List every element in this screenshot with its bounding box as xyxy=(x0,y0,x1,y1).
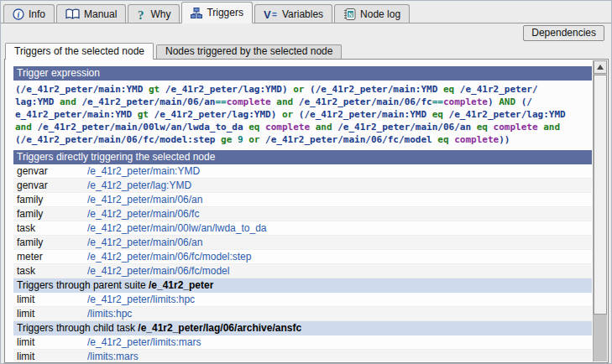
trigger-row: family/e_41r2_peter/main/06/fc xyxy=(13,207,592,221)
tab-triggers[interactable]: Triggers xyxy=(181,2,253,23)
expression-token: /e_41r2_peter/main/00lw/an/lwda_to_da xyxy=(38,122,243,133)
tab-info[interactable]: iInfo xyxy=(3,4,55,23)
trigger-kind: task xyxy=(13,221,87,235)
expression-token: eq xyxy=(443,84,454,95)
expression-token: /e_41r2_peter/ xyxy=(460,84,538,95)
trigger-kind: family xyxy=(13,207,87,221)
expression-token xyxy=(149,109,154,120)
expression-token: /e_41r2_peter/main/06/fc/model xyxy=(265,134,432,145)
trigger-path-link[interactable]: /e_41r2_peter/main/00lw/an/lwda_to_da xyxy=(87,221,266,235)
trigger-row: meter/e_41r2_peter/main/06/fc/model:step xyxy=(13,250,592,264)
expression-token: lag:YMD xyxy=(15,96,54,107)
tab-bar: iInfoManual?WhyTriggersV=VariablesNNode … xyxy=(1,1,611,23)
expression-token xyxy=(426,109,432,120)
sub-tab-bar: Triggers of the selected nodeNodes trigg… xyxy=(1,42,611,59)
trigger-path-link[interactable]: /e_41r2_peter/main:YMD xyxy=(87,164,200,178)
expression-token: (/e_41r2_peter/main/06/fc/model:step xyxy=(15,134,215,145)
trigger-path-link[interactable]: /e_41r2_peter/main/06/fc/model:step xyxy=(87,250,251,263)
expression-token xyxy=(276,109,282,120)
expression-token: eq xyxy=(432,109,443,120)
expression-token: /e_41r2_peter/lag:YMD xyxy=(449,109,566,120)
trigger-path-link[interactable]: /e_41r2_peter/main/06/an xyxy=(87,236,202,249)
dependencies-button[interactable]: Dependencies xyxy=(523,25,604,41)
expression-token xyxy=(515,96,521,107)
expression-token: /e_41r2_peter/main/06/an xyxy=(81,96,215,107)
scrollbar-thumb[interactable] xyxy=(594,75,607,315)
trigger-expression-line: (/e_41r2_peter/main:YMD gt /e_41r2_peter… xyxy=(15,83,590,96)
trigger-kind: meter xyxy=(13,250,87,263)
trigger-kind: task xyxy=(13,264,87,278)
tab-label: Variables xyxy=(282,8,323,20)
expression-token: 9 xyxy=(238,134,243,145)
expression-token: and xyxy=(15,122,32,133)
expression-token xyxy=(310,122,316,133)
up-arrow-icon xyxy=(597,65,604,70)
trigger-kind: limit xyxy=(13,350,87,361)
trigger-path-link[interactable]: /limits:hpc xyxy=(87,307,132,320)
trigger-path-link[interactable]: /e_41r2_peter/lag:YMD xyxy=(87,179,191,192)
scrollbar-up-button[interactable] xyxy=(594,60,607,74)
section-header: Triggers through parent suite /e_41r2_pe… xyxy=(13,278,592,293)
expression-token xyxy=(160,84,165,95)
section-header: Triggers through child task /e_41r2_pete… xyxy=(13,321,592,335)
expression-token: and xyxy=(543,122,560,133)
tab-manual[interactable]: Manual xyxy=(56,4,126,23)
trigger-row: limit/limits:hpc xyxy=(13,307,592,321)
vertical-scrollbar[interactable] xyxy=(593,60,607,361)
tab-node-log[interactable]: NNode log xyxy=(334,4,410,23)
tab-why[interactable]: ?Why xyxy=(128,4,180,23)
subtab-nodes-triggered-by-node[interactable]: Nodes triggered by the selected node xyxy=(156,44,342,59)
expression-token: (/e_41r2_peter/main:YMD xyxy=(299,109,426,120)
trigger-expression-line: (/e_41r2_peter/main/06/fc/model:step ge … xyxy=(15,133,590,146)
trigger-row: task/e_41r2_peter/main/00lw/an/lwda_to_d… xyxy=(13,221,592,236)
trigger-row: limit/limits:mars xyxy=(13,350,592,361)
expression-token: e_41r2_peter/main:YMD xyxy=(15,109,132,120)
expression-token: /e_41r2_peter/lag:YMD) xyxy=(154,109,277,120)
section-header-node-path: /e_41r2_peter/lag/06/archive/ansfc xyxy=(138,322,301,334)
trigger-expression-line: e_41r2_peter/main:YMD gt /e_41r2_peter/l… xyxy=(15,108,590,121)
tab-variables[interactable]: V=Variables xyxy=(254,4,332,23)
tab-label: Manual xyxy=(84,8,117,20)
trigger-row: family/e_41r2_peter/main/06/an xyxy=(13,236,592,250)
svg-text:?: ? xyxy=(138,8,144,20)
expression-token: ge xyxy=(221,134,232,145)
trigger-kind: limit xyxy=(13,307,87,320)
expression-token: complete xyxy=(227,96,271,107)
notebook-icon: N xyxy=(343,8,356,20)
section-header-node-path: /e_41r2_peter xyxy=(149,279,213,291)
expression-token: /e_41r2_peter/main/06/an xyxy=(337,122,471,133)
trigger-path-link[interactable]: /e_41r2_peter/limits:hpc xyxy=(87,293,195,306)
toolbar: Dependencies xyxy=(1,23,611,42)
section-header-text: Triggers directly triggering the selecte… xyxy=(17,151,215,163)
triggers-panel-window: { "tabs": [ { "label": "Info", "icon": "… xyxy=(0,0,612,364)
expression-token: AND xyxy=(499,96,515,107)
trigger-expression-line: lag:YMD and /e_41r2_peter/main/06/an==co… xyxy=(15,96,590,108)
expression-token: complete xyxy=(265,122,310,133)
expression-token xyxy=(437,84,443,95)
trigger-expression-line: and /e_41r2_peter/main/00lw/an/lwda_to_d… xyxy=(15,121,590,133)
trigger-path-link[interactable]: /e_41r2_peter/limits:mars xyxy=(87,335,201,349)
book-icon xyxy=(65,8,80,19)
expression-token: ) xyxy=(488,96,494,107)
expression-token: eq xyxy=(248,122,259,133)
expression-token xyxy=(471,122,477,133)
trigger-row: limit/e_41r2_peter/limits:hpc xyxy=(13,293,592,307)
svg-text:V: V xyxy=(264,8,271,19)
expression-token: complete xyxy=(443,96,488,107)
tab-label: Info xyxy=(29,8,45,20)
trigger-path-link[interactable]: /e_41r2_peter/main/06/fc xyxy=(87,207,199,221)
trigger-kind: genvar xyxy=(13,164,87,178)
expression-token xyxy=(32,122,38,133)
trigger-kind: family xyxy=(13,193,87,206)
subtab-triggers-of-node[interactable]: Triggers of the selected node xyxy=(5,43,154,60)
expression-token: /e_41r2_peter/main/06/fc xyxy=(299,96,432,107)
expression-token: or xyxy=(282,109,293,120)
variables-icon: V= xyxy=(264,8,278,19)
info-icon: i xyxy=(13,8,24,20)
trigger-path-link[interactable]: /limits:mars xyxy=(87,350,139,361)
expression-token: /e_41r2_peter/lag:YMD) xyxy=(165,84,288,95)
trigger-path-link[interactable]: /e_41r2_peter/main/06/fc/model xyxy=(87,264,229,278)
expression-token: == xyxy=(432,96,443,107)
trigger-path-link[interactable]: /e_41r2_peter/main/06/an xyxy=(87,193,202,206)
section-header: Triggers directly triggering the selecte… xyxy=(13,150,592,164)
